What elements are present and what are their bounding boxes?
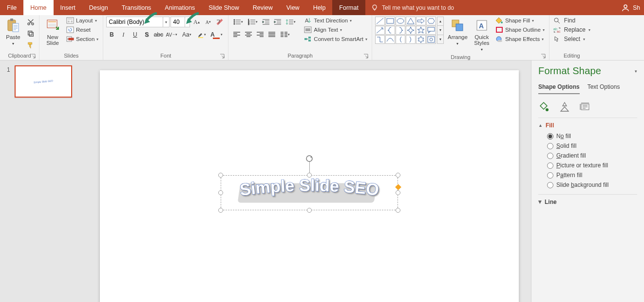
tab-animations[interactable]: Animations: [158, 0, 202, 15]
arrange-button[interactable]: Arrange▾: [446, 17, 470, 48]
increase-indent-button[interactable]: [272, 17, 283, 27]
user-sign-in[interactable]: Sh: [617, 0, 644, 15]
resize-handle-mr[interactable]: [396, 190, 400, 195]
replace-button[interactable]: abacReplace▾: [552, 26, 591, 34]
tab-help[interactable]: Help: [306, 0, 333, 15]
underline-button[interactable]: U: [130, 29, 140, 40]
layout-button[interactable]: Layout▾: [65, 17, 100, 24]
line-spacing-button[interactable]: ▾: [284, 17, 298, 27]
resize-handle-bl[interactable]: [218, 208, 223, 213]
italic-button[interactable]: I: [118, 29, 129, 40]
tab-format[interactable]: Format: [332, 0, 365, 15]
radio-gradient-fill[interactable]: Gradient fill: [547, 152, 637, 159]
justify-button[interactable]: [266, 29, 277, 40]
font-dialog-launcher[interactable]: [219, 53, 225, 59]
bold-button[interactable]: B: [106, 29, 117, 40]
line-spacing-icon: [286, 19, 294, 25]
resize-handle-tl[interactable]: [218, 173, 223, 178]
pane-tab-text-options[interactable]: Text Options: [587, 83, 620, 94]
pane-icon-effects[interactable]: [559, 101, 570, 113]
font-size-dropdown[interactable]: ▾: [185, 17, 189, 27]
align-right-button[interactable]: [255, 29, 265, 40]
numbering-button[interactable]: 123▾: [246, 17, 260, 27]
shape-line-icon: [376, 17, 384, 25]
svg-rect-10: [48, 23, 56, 27]
radio-no-fill[interactable]: No fill: [547, 133, 637, 140]
new-slide-button[interactable]: New Slide: [42, 17, 63, 47]
tab-design[interactable]: Design: [82, 0, 115, 15]
font-name-dropdown[interactable]: ▾: [163, 17, 169, 27]
font-name-combo[interactable]: ▾: [106, 17, 170, 27]
format-painter-button[interactable]: [25, 40, 36, 51]
font-color-button[interactable]: A▾: [209, 29, 223, 40]
radio-slide-bg-fill[interactable]: Slide background fill: [547, 181, 637, 188]
shape-fill-button[interactable]: Shape Fill▾: [494, 17, 546, 24]
tab-file[interactable]: File: [0, 0, 23, 15]
svg-point-35: [430, 38, 433, 41]
increase-font-button[interactable]: A▴: [191, 17, 202, 27]
resize-handle-ml[interactable]: [218, 190, 223, 195]
font-size-combo[interactable]: ▾: [170, 17, 190, 27]
pane-title: Format Shape: [538, 65, 601, 77]
align-left-button[interactable]: [231, 29, 242, 40]
shapes-gallery[interactable]: [375, 17, 436, 44]
cut-button[interactable]: [25, 17, 36, 27]
select-button[interactable]: Select▾: [552, 35, 586, 43]
shape-effects-button[interactable]: Shape Effects▾: [494, 35, 546, 43]
highlight-button[interactable]: ▾: [195, 29, 208, 40]
bullets-button[interactable]: ▾: [231, 17, 245, 27]
align-text-button[interactable]: Align Text▾: [303, 26, 369, 34]
slide-1[interactable]: Simple Slide SEO: [100, 70, 519, 302]
resize-handle-br[interactable]: [396, 208, 400, 213]
section-button[interactable]: Section▾: [65, 35, 100, 43]
reset-button[interactable]: Reset: [65, 26, 100, 34]
align-center-button[interactable]: [243, 29, 254, 40]
char-spacing-button[interactable]: AV↔▾: [165, 29, 178, 40]
tab-view[interactable]: View: [280, 0, 306, 15]
paste-button[interactable]: Paste▾: [3, 17, 23, 48]
font-size-input[interactable]: [171, 17, 185, 27]
wordart-selection[interactable]: Simple Slide SEO: [221, 175, 398, 210]
tab-transitions[interactable]: Transitions: [115, 0, 158, 15]
quick-styles-button[interactable]: A Quick Styles▾: [472, 17, 492, 54]
paragraph-dialog-launcher[interactable]: [363, 53, 369, 59]
strike-button[interactable]: abc: [153, 29, 164, 40]
pane-dropdown[interactable]: ▾: [635, 69, 637, 74]
tab-slideshow[interactable]: Slide Show: [202, 0, 246, 15]
resize-handle-tr[interactable]: [396, 173, 400, 178]
font-name-input[interactable]: [107, 17, 163, 27]
clear-formatting-button[interactable]: [214, 17, 225, 27]
drawing-dialog-launcher[interactable]: [540, 53, 546, 59]
tab-insert[interactable]: Insert: [54, 0, 82, 15]
text-direction-button[interactable]: AText Direction▾: [303, 17, 369, 24]
slide-canvas-area[interactable]: Simple Slide SEO: [88, 60, 531, 302]
decrease-font-button[interactable]: A▾: [203, 17, 213, 27]
resize-handle-mt[interactable]: [307, 173, 312, 178]
tell-me[interactable]: Tell me what you want to do: [365, 0, 460, 15]
pane-icon-size[interactable]: [579, 101, 591, 113]
rotate-handle[interactable]: [305, 155, 313, 162]
copy-button[interactable]: [25, 28, 36, 39]
tab-review[interactable]: Review: [246, 0, 280, 15]
smartart-button[interactable]: Convert to SmartArt▾: [303, 35, 369, 43]
section-line-header[interactable]: ▶Line: [538, 199, 637, 205]
shape-outline-button[interactable]: Shape Outline▾: [494, 26, 546, 34]
wordart-object[interactable]: Simple Slide SEO: [236, 178, 382, 208]
shadow-button[interactable]: S: [141, 29, 152, 40]
change-case-button[interactable]: Aa▾: [179, 29, 194, 40]
shape-effects-label: Shape Effects: [505, 36, 540, 42]
clipboard-dialog-launcher[interactable]: [30, 53, 36, 59]
resize-handle-mb[interactable]: [307, 208, 312, 213]
shapes-gallery-scroll[interactable]: ▴▾▾: [437, 17, 444, 44]
slide-thumbnail-1[interactable]: Simple Slide SEO: [15, 65, 72, 98]
find-button[interactable]: Find: [552, 17, 576, 24]
section-fill-header[interactable]: ▲Fill: [538, 122, 637, 129]
radio-pattern-fill[interactable]: Pattern fill: [547, 172, 637, 179]
radio-solid-fill[interactable]: Solid fill: [547, 142, 637, 149]
pane-tab-shape-options[interactable]: Shape Options: [538, 83, 580, 94]
decrease-indent-button[interactable]: [261, 17, 271, 27]
radio-picture-fill[interactable]: Picture or texture fill: [547, 162, 637, 169]
tab-home[interactable]: Home: [23, 0, 53, 15]
pane-icon-fill-line[interactable]: [538, 101, 550, 113]
columns-button[interactable]: ▾: [278, 29, 292, 40]
